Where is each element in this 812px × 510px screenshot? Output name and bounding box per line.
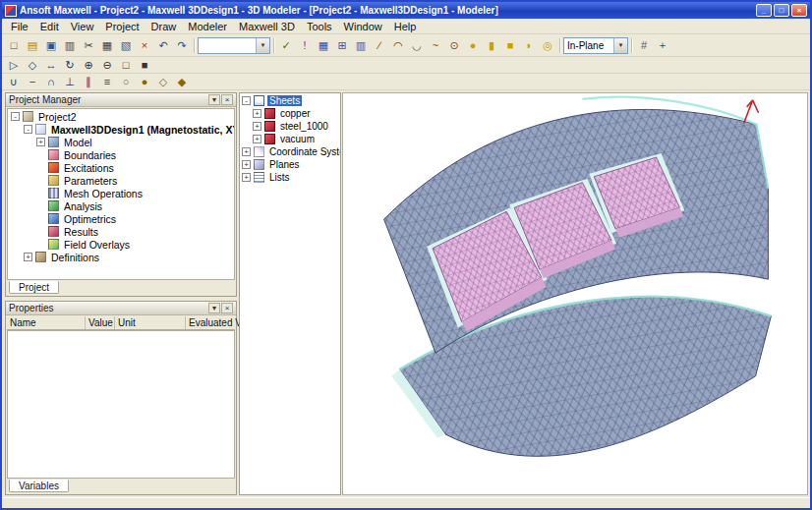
expander-icon[interactable]: + <box>24 253 32 261</box>
menu-item[interactable]: View <box>65 20 100 33</box>
tree-item[interactable]: + Lists <box>240 171 340 184</box>
pane-close-button[interactable]: × <box>221 94 233 105</box>
expander-icon[interactable]: + <box>36 138 45 146</box>
menu-item[interactable]: Modeler <box>182 20 233 33</box>
expander-icon[interactable]: - <box>24 125 32 134</box>
scale-button[interactable]: ◇ <box>154 75 172 88</box>
select-face-button[interactable]: ◇ <box>24 58 41 72</box>
expander-icon[interactable]: - <box>11 112 20 121</box>
column-header[interactable]: Value <box>86 316 115 329</box>
pane-close-button[interactable]: × <box>221 303 233 313</box>
project-manager-header[interactable]: Project Manager ▾× <box>6 93 236 107</box>
expander-icon[interactable]: + <box>242 147 251 156</box>
tab-variables[interactable]: Variables <box>9 480 69 492</box>
tree-item[interactable]: - Project2 <box>8 110 234 123</box>
menu-item[interactable]: Maxwell 3D <box>233 20 301 33</box>
fit-view-button[interactable]: ■ <box>136 58 153 72</box>
menu-item[interactable]: Edit <box>34 20 65 33</box>
undo-button[interactable]: ↶ <box>154 37 172 54</box>
pane-menu-button[interactable]: ▾ <box>208 303 220 313</box>
draw-cylinder-button[interactable]: ▮ <box>483 37 500 54</box>
plane-selector-combo[interactable]: In-Plane ▼ <box>563 37 628 54</box>
paste-button[interactable]: ▧ <box>117 37 135 54</box>
tree-item[interactable]: Boundaries <box>8 148 234 161</box>
expander-icon[interactable]: + <box>253 109 261 118</box>
expander-icon[interactable]: + <box>253 122 261 131</box>
spline-tool-button[interactable]: ~ <box>427 37 444 54</box>
menu-item[interactable]: File <box>5 20 34 33</box>
draw-sphere-button[interactable]: ● <box>464 37 482 54</box>
menu-item[interactable]: Window <box>338 20 388 33</box>
redo-button[interactable]: ↷ <box>173 37 191 54</box>
properties-header[interactable]: Properties ▾× <box>6 302 236 315</box>
results-grid-button[interactable]: ⊞ <box>333 37 351 54</box>
tree-item[interactable]: + vacuum <box>240 133 340 145</box>
cut-button[interactable]: ✂ <box>80 37 97 54</box>
arc-center-button[interactable]: ◡ <box>408 37 426 54</box>
column-header[interactable]: Unit <box>115 316 186 329</box>
new-button[interactable]: □ <box>5 37 23 54</box>
view-selector-combo[interactable]: ▼ <box>198 37 270 54</box>
tree-item[interactable]: Parameters <box>8 174 234 187</box>
solution-data-button[interactable]: ▦ <box>315 37 332 54</box>
circle-tool-button[interactable]: ⊙ <box>445 37 463 54</box>
move-button[interactable]: ◆ <box>173 75 191 88</box>
validate-button[interactable]: ✓ <box>277 37 295 54</box>
coordinate-axes-button[interactable]: + <box>654 37 671 54</box>
mirror-button[interactable]: ∥ <box>80 75 97 88</box>
zoom-in-button[interactable]: ⊕ <box>80 58 97 72</box>
tree-item[interactable]: + Definitions <box>8 251 234 263</box>
draw-ellipse-button[interactable]: ◗ <box>520 37 538 54</box>
duplicate-along-line-button[interactable]: ● <box>136 75 153 88</box>
open-button[interactable]: ▤ <box>24 37 41 54</box>
pane-menu-button[interactable]: ▾ <box>208 94 220 105</box>
close-button[interactable]: × <box>791 4 807 17</box>
intersect-button[interactable]: ∩ <box>42 75 60 88</box>
draw-torus-button[interactable]: ◎ <box>539 37 556 54</box>
modeler-3d-viewport[interactable] <box>342 92 808 495</box>
draw-box-button[interactable]: ■ <box>501 37 519 54</box>
delete-button[interactable]: × <box>136 37 153 54</box>
title-bar[interactable]: Ansoft Maxwell - Project2 - Maxwell 3DDe… <box>2 2 810 19</box>
arc-3point-button[interactable]: ◠ <box>389 37 407 54</box>
save-button[interactable]: ▣ <box>42 37 60 54</box>
analyze-all-button[interactable]: ! <box>296 37 314 54</box>
grid-settings-button[interactable]: # <box>635 37 653 54</box>
tree-item[interactable]: + steel_1000 <box>240 120 340 133</box>
tree-item[interactable]: - Sheets <box>240 94 340 107</box>
menu-item[interactable]: Help <box>388 20 423 33</box>
duplicate-around-axis-button[interactable]: ○ <box>117 75 135 88</box>
tree-item[interactable]: Analysis <box>8 199 234 212</box>
expander-icon[interactable]: - <box>242 96 251 105</box>
optimetrics-table-button[interactable]: ▥ <box>352 37 370 54</box>
unite-button[interactable]: ∪ <box>5 75 23 88</box>
print-button[interactable]: ▥ <box>61 37 79 54</box>
menu-item[interactable]: Project <box>99 20 145 33</box>
tree-item[interactable]: + Model <box>8 136 234 148</box>
menu-item[interactable]: Draw <box>145 20 183 33</box>
zoom-out-button[interactable]: ⊖ <box>98 58 116 72</box>
subtract-button[interactable]: − <box>24 75 41 88</box>
tree-item[interactable]: - Maxwell3DDesign1 (Magnetostatic, XY) <box>8 123 234 136</box>
expander-icon[interactable]: + <box>242 160 251 169</box>
minimize-button[interactable]: _ <box>756 4 772 17</box>
copy-button[interactable]: ▦ <box>98 37 116 54</box>
line-tool-button[interactable]: ∕ <box>371 37 388 54</box>
tree-item[interactable]: + copper <box>240 107 340 120</box>
chevron-down-icon[interactable]: ▼ <box>256 38 269 53</box>
pan-view-button[interactable]: ↔ <box>42 58 60 72</box>
expander-icon[interactable]: + <box>253 135 261 143</box>
select-object-button[interactable]: ▷ <box>5 58 23 72</box>
maximize-button[interactable]: □ <box>774 4 789 17</box>
split-button[interactable]: ⊥ <box>61 75 79 88</box>
tree-item[interactable]: Field Overlays <box>8 238 234 251</box>
expander-icon[interactable]: + <box>242 173 251 182</box>
rotate-view-button[interactable]: ↻ <box>61 58 79 72</box>
tab-project[interactable]: Project <box>9 281 59 294</box>
tree-item[interactable]: Optimetrics <box>8 212 234 225</box>
tree-item[interactable]: Mesh Operations <box>8 187 234 199</box>
zoom-window-button[interactable]: □ <box>117 58 135 72</box>
tree-item[interactable]: + Planes <box>240 158 340 171</box>
tree-item[interactable]: + Coordinate Systems <box>240 145 340 158</box>
properties-body[interactable] <box>7 330 235 479</box>
